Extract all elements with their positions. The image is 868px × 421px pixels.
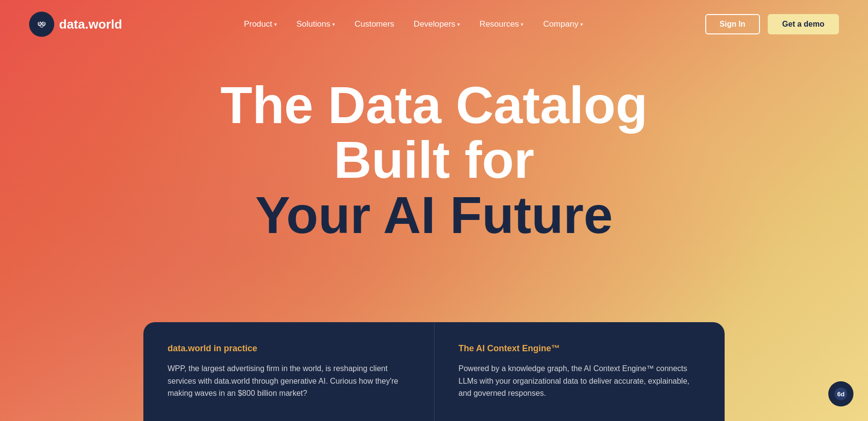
nav-label-resources: Resources — [480, 19, 519, 29]
nav-label-product: Product — [244, 19, 272, 29]
nav-label-solutions: Solutions — [296, 19, 330, 29]
nav-menu: Product ▾ Solutions ▾ Customers Develope… — [244, 19, 583, 29]
logo-link[interactable]: data.world — [29, 12, 122, 37]
nav-label-company: Company — [543, 19, 578, 29]
hero-section: The Data Catalog Built for Your AI Futur… — [0, 0, 868, 421]
nav-label-customers: Customers — [355, 19, 394, 29]
chat-bubble-button[interactable]: 6d — [828, 381, 853, 406]
hero-title-line2: Your AI Future — [168, 187, 700, 242]
card-practice: data.world in practice WPP, the largest … — [143, 322, 434, 421]
nav-item-company[interactable]: Company ▾ — [543, 19, 583, 29]
logo-text: data.world — [59, 17, 122, 32]
card-practice-text: WPP, the largest advertising firm in the… — [168, 362, 410, 400]
nav-item-resources[interactable]: Resources ▾ — [480, 19, 524, 29]
navbar: data.world Product ▾ Solutions ▾ Custome… — [0, 0, 868, 48]
card-practice-label: data.world in practice — [168, 343, 410, 354]
chevron-down-icon: ▾ — [457, 21, 460, 28]
signin-button[interactable]: Sign In — [705, 14, 760, 34]
chevron-down-icon: ▾ — [521, 21, 524, 28]
card-ai-engine: The AI Context Engine™ Powered by a know… — [434, 322, 725, 421]
nav-actions: Sign In Get a demo — [705, 14, 839, 34]
bottom-cards: data.world in practice WPP, the largest … — [143, 322, 725, 421]
svg-point-0 — [34, 16, 49, 32]
chevron-down-icon: ▾ — [274, 21, 277, 28]
card-ai-engine-text: Powered by a knowledge graph, the AI Con… — [459, 362, 701, 400]
hero-title: The Data Catalog Built for Your AI Futur… — [168, 78, 700, 242]
hero-title-line1: The Data Catalog Built for — [168, 78, 700, 187]
nav-item-product[interactable]: Product ▾ — [244, 19, 277, 29]
chevron-down-icon: ▾ — [332, 21, 335, 28]
svg-text:6d: 6d — [837, 390, 844, 398]
svg-point-5 — [39, 23, 40, 24]
nav-item-solutions[interactable]: Solutions ▾ — [296, 19, 335, 29]
card-ai-engine-label: The AI Context Engine™ — [459, 343, 701, 354]
logo-icon — [29, 12, 54, 37]
get-demo-button[interactable]: Get a demo — [768, 14, 839, 34]
nav-item-developers[interactable]: Developers ▾ — [414, 19, 460, 29]
chevron-down-icon: ▾ — [580, 21, 583, 28]
svg-point-6 — [43, 23, 44, 24]
nav-label-developers: Developers — [414, 19, 455, 29]
nav-item-customers[interactable]: Customers — [355, 19, 394, 29]
